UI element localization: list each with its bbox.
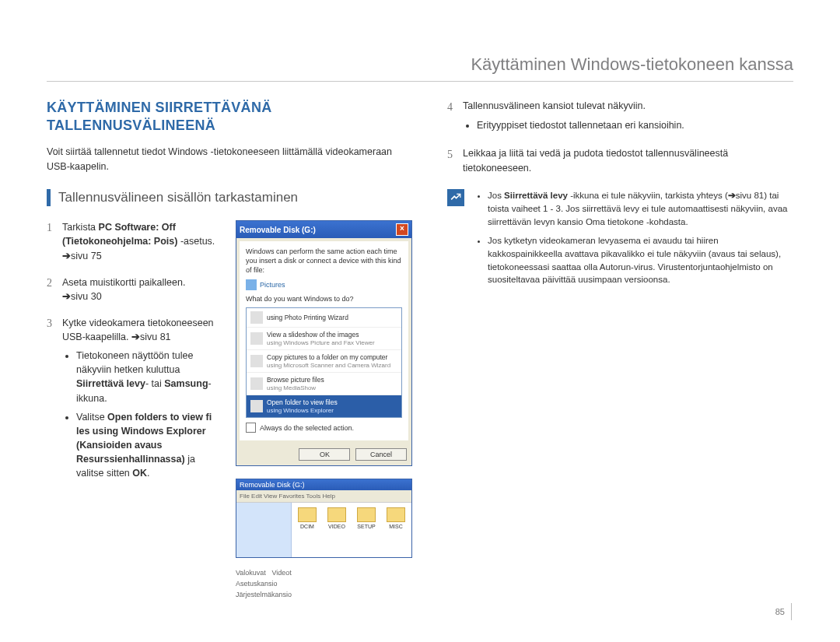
callout-photos: Valokuvat Videot bbox=[236, 569, 416, 577]
arrow-icon: ➔ bbox=[728, 191, 736, 200]
page-number: 85 bbox=[775, 603, 792, 620]
close-icon[interactable]: × bbox=[396, 223, 408, 236]
scanner-icon bbox=[250, 355, 263, 367]
step-1: Tarkista PC Software: Off (Tietokoneohje… bbox=[47, 220, 222, 262]
folder-video[interactable]: VIDEO bbox=[326, 507, 348, 553]
folder-dcim[interactable]: DCIM bbox=[296, 507, 318, 553]
intro-text: Voit siirtää tallennetut tiedot Windows … bbox=[47, 145, 416, 174]
callout-setup: Asetuskansio bbox=[236, 580, 416, 588]
folder-icon bbox=[298, 507, 317, 522]
note-icon bbox=[447, 189, 464, 206]
dialog-question: What do you want Windows to do? bbox=[246, 295, 402, 303]
folder-icon bbox=[387, 507, 405, 522]
folder-setup[interactable]: SETUP bbox=[355, 507, 377, 553]
option-print-wizard[interactable]: using Photo Printing Wizard bbox=[247, 308, 401, 328]
step-4-sub-1: Erityyppiset tiedostot tallennetaan eri … bbox=[477, 118, 793, 132]
media-icon bbox=[250, 377, 263, 390]
step-5: Leikkaa ja liitä tai vedä ja pudota tied… bbox=[447, 146, 793, 176]
option-copy-pictures[interactable]: Copy pictures to a folder on my computer… bbox=[247, 350, 401, 373]
step-4: Tallennusvälineen kansiot tulevat näkyvi… bbox=[447, 99, 793, 132]
cancel-button[interactable]: Cancel bbox=[355, 448, 407, 461]
step-3-sub-1: Tietokoneen näyttöön tulee näkyviin hetk… bbox=[76, 349, 222, 405]
note-2: Jos kytketyn videokameran levyasema ei a… bbox=[488, 234, 793, 286]
ok-button[interactable]: OK bbox=[299, 448, 350, 461]
explorer-title: Removable Disk (G:) bbox=[236, 479, 411, 490]
arrow-icon: ➔ bbox=[131, 332, 140, 342]
removable-disk-dialog: Removable Disk (G:) × Windows can perfor… bbox=[236, 220, 412, 466]
always-checkbox[interactable] bbox=[246, 423, 256, 433]
printer-icon bbox=[250, 311, 263, 324]
option-open-folder[interactable]: Open folder to view filesusing Windows E… bbox=[247, 395, 401, 417]
step-2: Aseta muistikortti paikalleen. ➔sivu 30 bbox=[47, 275, 222, 303]
arrow-icon: ➔ bbox=[62, 291, 71, 302]
explorer-toolbar: File Edit View Favorites Tools Help bbox=[236, 490, 411, 503]
note-1: Jos Siirrettävä levy -ikkuna ei tule näk… bbox=[488, 189, 793, 228]
dialog-prompt: Windows can perform the same action each… bbox=[246, 247, 402, 275]
subhead-text: Tallennusvälineen sisällön tarkastaminen bbox=[58, 190, 298, 205]
pictures-label: Pictures bbox=[260, 281, 285, 289]
folder-icon bbox=[250, 400, 263, 412]
folder-icon bbox=[357, 507, 376, 522]
step-3: Kytke videokamera tietokoneeseen USB-kaa… bbox=[47, 316, 222, 480]
option-slideshow[interactable]: View a slideshow of the imagesusing Wind… bbox=[247, 328, 401, 350]
action-list[interactable]: using Photo Printing Wizard View a slide… bbox=[246, 307, 402, 418]
pictures-icon bbox=[246, 279, 257, 290]
folder-icon bbox=[327, 507, 346, 522]
page-header: Käyttäminen Windows-tietokoneen kanssa bbox=[47, 54, 793, 82]
dialog-title: Removable Disk (G:) bbox=[240, 226, 316, 234]
callout-system: Järjestelmäkansio bbox=[236, 591, 416, 598]
arrow-icon: ➔ bbox=[62, 251, 71, 261]
always-label: Always do the selected action. bbox=[260, 424, 354, 432]
explorer-sidebar bbox=[236, 503, 292, 557]
section-title: KÄYTTÄMINEN SIIRRETTÄVÄNÄ TALLENNUSVÄLIN… bbox=[47, 99, 416, 135]
sub-heading: Tallennusvälineen sisällön tarkastaminen bbox=[47, 189, 416, 206]
option-mediashow[interactable]: Browse picture filesusing MediaShow bbox=[247, 373, 401, 395]
step-3-sub-2: Valitse Open folders to view fi les usin… bbox=[76, 410, 222, 481]
subhead-bar-icon bbox=[47, 189, 51, 206]
slideshow-icon bbox=[250, 332, 263, 345]
folder-misc[interactable]: MISC bbox=[385, 507, 407, 553]
explorer-window: Removable Disk (G:) File Edit View Favor… bbox=[236, 479, 412, 558]
